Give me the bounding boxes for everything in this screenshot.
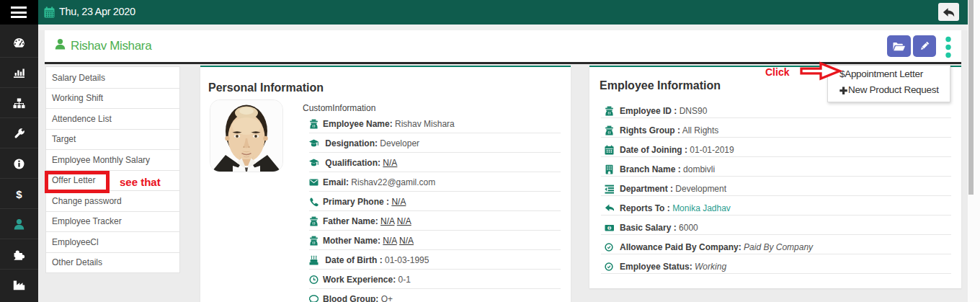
svg-text:0: 0 bbox=[608, 226, 610, 230]
svg-text:$: $ bbox=[16, 188, 22, 200]
